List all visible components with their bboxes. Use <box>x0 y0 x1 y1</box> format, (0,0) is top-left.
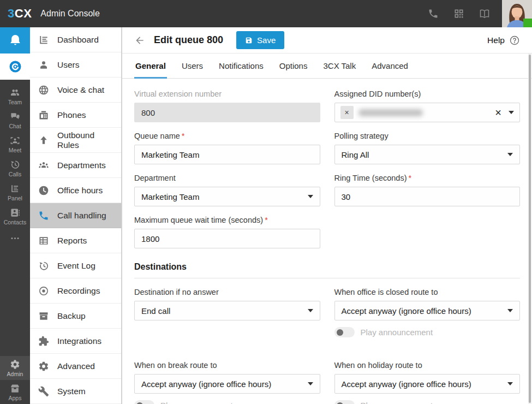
polling-strategy-label: Polling strategy <box>334 132 521 140</box>
sidebar-item-label: Reports <box>57 236 87 246</box>
field-office-closed: When office is closed route to Accept an… <box>334 288 521 337</box>
required-asterisk: * <box>408 174 411 182</box>
queue-name-input[interactable]: Marketing Team <box>134 145 320 164</box>
on-break-select[interactable]: Accept anyway (ignore office hours) <box>134 374 320 394</box>
sidebar-item-label: Voice & chat <box>57 85 104 95</box>
help-icon <box>509 35 520 46</box>
assigned-did-input[interactable]: × × <box>334 103 521 122</box>
sidebar-item-backup[interactable]: Backup <box>30 304 121 329</box>
manual-icon[interactable] <box>479 8 490 19</box>
webclient-rail-item[interactable] <box>0 54 30 80</box>
sidebar-item-phones[interactable]: Phones <box>30 103 121 128</box>
sidebar-item-outbound-rules[interactable]: Outbound Rules <box>30 128 121 153</box>
tab-options[interactable]: Options <box>278 54 309 78</box>
sidebar-item-label: Outbound Rules <box>57 130 113 150</box>
tab-users[interactable]: Users <box>181 54 204 78</box>
on-break-announcement-row: Play announcement <box>134 400 320 404</box>
play-announcement-toggle[interactable] <box>134 400 154 404</box>
tab-general[interactable]: General <box>134 54 167 78</box>
sidebar-item-label: System <box>57 387 86 396</box>
sidebar-item-system[interactable]: System <box>30 379 121 404</box>
rail-item-apps[interactable]: Apps <box>0 380 30 404</box>
chevron-down-icon <box>507 153 513 156</box>
clock-icon <box>38 185 49 196</box>
3cx-logo: 3 CX <box>8 7 32 21</box>
event-log-icon <box>38 260 49 271</box>
tab-advanced[interactable]: Advanced <box>370 54 409 78</box>
chevron-down-icon[interactable] <box>509 111 514 114</box>
chevron-down-icon <box>308 195 313 198</box>
rail-item-admin[interactable]: Admin <box>0 356 30 380</box>
tab-3cx-talk[interactable]: 3CX Talk <box>322 54 357 78</box>
sidebar-item-label: Users <box>57 60 79 70</box>
form-body: Virtual extension number 800 Assigned DI… <box>122 79 532 404</box>
queue-name-label: Queue name* <box>134 132 320 140</box>
play-announcement-toggle[interactable] <box>334 327 355 337</box>
dashboard-icon <box>38 34 49 45</box>
masked-did-value <box>358 109 423 116</box>
chevron-down-icon <box>308 382 313 385</box>
max-wait-input[interactable]: 1800 <box>134 229 320 248</box>
notifications-rail-item[interactable] <box>0 27 30 54</box>
save-button[interactable]: Save <box>236 31 284 49</box>
sidebar-item-reports[interactable]: Reports <box>30 228 121 253</box>
rail-group: Team Chat Meet Calls Panel Contacts <box>0 80 30 248</box>
save-button-label: Save <box>257 35 276 45</box>
phone-icon[interactable] <box>428 8 439 19</box>
chevron-down-icon <box>507 309 513 312</box>
gear-icon <box>10 359 20 370</box>
field-virtual-extension: Virtual extension number 800 <box>134 90 320 122</box>
field-dest-no-answer: Destination if no answer End call <box>134 288 320 337</box>
qr-code-icon[interactable] <box>453 8 464 19</box>
max-wait-label: Maximum queue wait time (seconds)* <box>134 216 320 224</box>
sidebar-item-advanced[interactable]: Advanced <box>30 354 121 379</box>
status-badge <box>523 19 532 27</box>
virtual-extension-input: 800 <box>134 103 320 122</box>
rail-item-chat[interactable]: Chat <box>0 108 30 132</box>
sidebar-item-users[interactable]: Users <box>30 52 121 78</box>
contacts-icon <box>10 207 20 218</box>
sidebar-item-voice-chat[interactable]: Voice & chat <box>30 78 121 103</box>
polling-strategy-select[interactable]: Ring All <box>334 145 521 164</box>
selected-value: Ring All <box>342 150 369 159</box>
on-holiday-select[interactable]: Accept anyway (ignore office hours) <box>334 374 521 394</box>
back-arrow-icon[interactable] <box>134 35 145 46</box>
dest-no-answer-select[interactable]: End call <box>134 301 320 320</box>
help-link[interactable]: Help <box>487 35 520 46</box>
backup-icon <box>38 311 49 322</box>
office-closed-select[interactable]: Accept anyway (ignore office hours) <box>334 301 521 320</box>
play-announcement-toggle[interactable] <box>334 400 355 404</box>
sidebar-item-dashboard[interactable]: Dashboard <box>30 27 121 52</box>
sidebar-item-departments[interactable]: Departments <box>30 153 121 178</box>
rail-item-panel[interactable]: Panel <box>0 180 30 204</box>
rail-item-more[interactable] <box>0 228 30 248</box>
vertical-scrollbar[interactable] <box>528 54 531 404</box>
rail-item-label: Team <box>8 99 22 105</box>
rail-item-team[interactable]: Team <box>0 84 30 108</box>
rail-item-contacts[interactable]: Contacts <box>0 204 30 228</box>
selected-value: Accept anyway (ignore office hours) <box>342 306 471 316</box>
rail-item-calls[interactable]: Calls <box>0 156 30 180</box>
clear-x-icon[interactable]: × <box>493 107 504 118</box>
selected-value: Accept anyway (ignore office hours) <box>141 379 271 389</box>
main-content: Edit queue 800 Save Help General Users N… <box>122 27 532 404</box>
sidebar-item-label: Office hours <box>57 186 103 195</box>
field-queue-name: Queue name* Marketing Team <box>134 132 320 164</box>
sidebar-item-office-hours[interactable]: Office hours <box>30 178 121 203</box>
avatar[interactable] <box>502 0 532 27</box>
field-assigned-did: Assigned DID number(s) × × <box>334 90 521 122</box>
sidebar-item-event-log[interactable]: Event Log <box>30 253 121 278</box>
tab-notifications[interactable]: Notifications <box>218 54 265 78</box>
globe-icon <box>38 85 49 96</box>
topbar-icons <box>428 8 490 19</box>
sidebar-item-recordings[interactable]: Recordings <box>30 278 121 304</box>
label-text: Ring Time (seconds) <box>334 174 407 182</box>
chip-remove-x-icon[interactable]: × <box>340 106 354 119</box>
department-select[interactable]: Marketing Team <box>134 187 320 206</box>
ring-time-input[interactable]: 30 <box>334 187 521 206</box>
dest-no-answer-label: Destination if no answer <box>134 288 320 296</box>
scrollbar-thumb[interactable] <box>529 55 531 403</box>
sidebar-item-call-handling[interactable]: Call handling <box>30 203 121 228</box>
rail-item-meet[interactable]: Meet <box>0 132 30 156</box>
sidebar-item-integrations[interactable]: Integrations <box>30 329 121 354</box>
